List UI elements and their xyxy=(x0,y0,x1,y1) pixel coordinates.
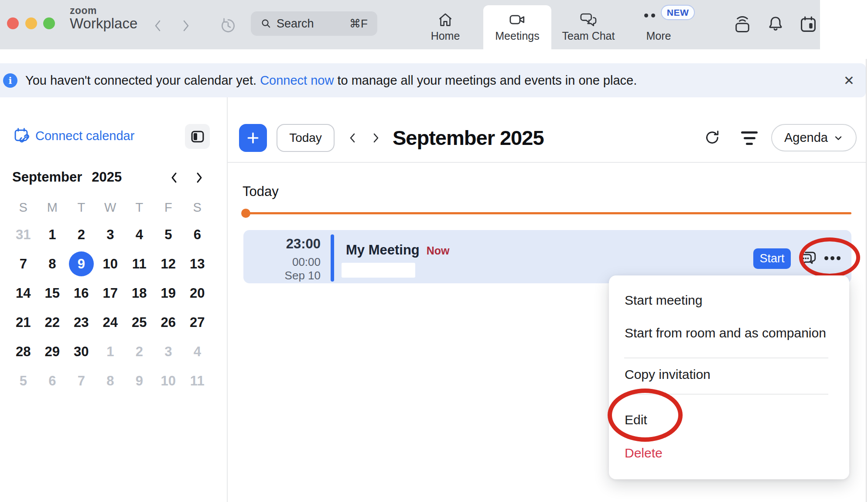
day-cell[interactable]: 15 xyxy=(45,285,60,301)
sidebar-divider xyxy=(227,97,228,502)
calendar-link-icon xyxy=(13,127,31,145)
day-cell[interactable]: 17 xyxy=(103,285,118,301)
more-ellipsis-icon[interactable] xyxy=(644,14,655,17)
search-icon xyxy=(260,18,272,29)
day-cell[interactable]: 12 xyxy=(161,256,176,272)
day-cell[interactable]: 9 xyxy=(136,373,143,389)
start-meeting-button[interactable]: Start xyxy=(753,248,791,269)
day-cell[interactable]: 7 xyxy=(20,256,27,272)
day-cell[interactable]: 21 xyxy=(16,315,31,330)
day-cell[interactable]: 1 xyxy=(106,344,114,360)
window-zoom-button[interactable] xyxy=(43,17,55,29)
day-cell[interactable]: 27 xyxy=(190,315,205,330)
today-section-label: Today xyxy=(243,184,279,199)
day-cell[interactable]: 10 xyxy=(161,373,176,389)
today-button[interactable]: Today xyxy=(277,124,335,152)
mini-calendar-grid: 3112345678910111213141516171819202122232… xyxy=(9,220,212,395)
filter-icon[interactable] xyxy=(741,131,758,145)
nav-forward-icon[interactable] xyxy=(181,17,191,34)
day-cell[interactable]: 4 xyxy=(136,227,143,243)
day-cell[interactable]: 25 xyxy=(132,315,147,330)
day-cell[interactable]: 24 xyxy=(103,315,118,330)
day-cell[interactable]: 23 xyxy=(74,315,89,330)
search-input[interactable]: Search ⌘F xyxy=(251,11,377,36)
connect-calendar-label: Connect calendar xyxy=(35,129,134,143)
day-cell[interactable]: 3 xyxy=(164,344,172,360)
context-menu: Start meetingStart from room and as comp… xyxy=(609,275,849,479)
refresh-icon[interactable] xyxy=(704,129,721,146)
search-placeholder: Search xyxy=(277,17,314,31)
nav-back-icon[interactable] xyxy=(153,17,163,34)
connect-now-link[interactable]: Connect now xyxy=(260,73,334,87)
day-cell[interactable]: 5 xyxy=(164,227,172,243)
menu-item-start-from-room-and-as-companion[interactable]: Start from room and as companion xyxy=(625,326,826,340)
history-icon[interactable] xyxy=(219,17,237,35)
calendar-prev-icon[interactable] xyxy=(348,131,357,144)
tab-team-chat[interactable]: Team Chat xyxy=(556,5,621,49)
day-cell[interactable]: 22 xyxy=(45,315,60,330)
day-cell[interactable]: 19 xyxy=(161,285,176,301)
mini-calendar-prev-icon[interactable] xyxy=(169,171,179,185)
day-cell[interactable]: 6 xyxy=(194,227,201,243)
day-cell[interactable]: 30 xyxy=(74,344,89,360)
meeting-color-bar xyxy=(331,234,334,282)
day-cell[interactable]: 13 xyxy=(190,256,205,272)
day-cell[interactable]: 26 xyxy=(161,315,176,330)
mini-calendar-day-headers: SMTWTFS xyxy=(9,196,212,219)
day-cell[interactable]: 8 xyxy=(48,256,56,272)
header-divider xyxy=(227,162,866,163)
day-cell[interactable]: 10 xyxy=(103,256,118,272)
meeting-title: My Meeting xyxy=(346,242,420,258)
day-cell[interactable]: 14 xyxy=(16,285,31,301)
menu-item-copy-invitation[interactable]: Copy invitation xyxy=(625,368,711,382)
day-cell[interactable]: 2 xyxy=(136,344,143,360)
add-meeting-button[interactable] xyxy=(239,124,267,152)
day-cell[interactable]: 3 xyxy=(106,227,114,243)
day-cell[interactable]: 8 xyxy=(106,373,114,389)
day-cell[interactable]: 28 xyxy=(16,344,31,360)
chevron-down-icon xyxy=(833,133,844,143)
rooms-icon[interactable] xyxy=(733,15,752,34)
annotation-circle-more-options xyxy=(799,237,860,278)
day-cell-selected[interactable]: 9 xyxy=(69,251,94,276)
now-timeline-dot xyxy=(241,209,250,218)
sidebar-panel-toggle-button[interactable] xyxy=(185,124,210,149)
day-cell[interactable]: 29 xyxy=(45,344,60,360)
tab-more-label: More xyxy=(646,30,671,42)
calendar-icon[interactable] xyxy=(799,15,818,34)
view-selector-button[interactable]: Agenda xyxy=(771,124,857,151)
banner-close-icon[interactable]: ✕ xyxy=(844,73,854,88)
day-cell[interactable]: 7 xyxy=(78,373,85,389)
mini-calendar-next-icon[interactable] xyxy=(195,171,204,185)
day-cell[interactable]: 6 xyxy=(48,373,56,389)
tab-meetings[interactable]: Meetings xyxy=(483,5,551,49)
day-cell[interactable]: 4 xyxy=(194,344,201,360)
window-minimize-button[interactable] xyxy=(25,17,37,29)
connect-calendar-link[interactable]: Connect calendar xyxy=(13,127,134,145)
page-title: September 2025 xyxy=(393,126,544,150)
day-header: W xyxy=(104,200,116,215)
day-cell[interactable]: 20 xyxy=(190,285,205,301)
day-cell[interactable]: 18 xyxy=(132,285,147,301)
day-cell[interactable]: 16 xyxy=(74,285,89,301)
tab-home[interactable]: Home xyxy=(413,5,478,49)
day-header: T xyxy=(135,200,143,215)
day-cell[interactable]: 2 xyxy=(78,227,85,243)
day-cell[interactable]: 11 xyxy=(132,256,147,272)
mini-calendar-title: September 2025 xyxy=(12,169,122,185)
app-logo: zoom Workplace xyxy=(70,6,137,32)
redacted-meeting-info xyxy=(342,263,415,278)
window-close-button[interactable] xyxy=(7,17,19,29)
day-cell[interactable]: 31 xyxy=(16,227,31,243)
tab-team-chat-label: Team Chat xyxy=(562,30,615,42)
notifications-bell-icon[interactable] xyxy=(766,15,785,34)
day-cell[interactable]: 11 xyxy=(190,373,205,389)
menu-divider xyxy=(624,358,828,358)
menu-item-delete[interactable]: Delete xyxy=(625,446,663,460)
calendar-next-icon[interactable] xyxy=(372,131,380,144)
menu-item-start-meeting[interactable]: Start meeting xyxy=(625,293,702,307)
banner-text: You haven't connected your calendar yet.… xyxy=(25,73,637,88)
day-cell[interactable]: 5 xyxy=(20,373,27,389)
day-cell[interactable]: 1 xyxy=(48,227,56,243)
now-badge: Now xyxy=(427,244,450,257)
